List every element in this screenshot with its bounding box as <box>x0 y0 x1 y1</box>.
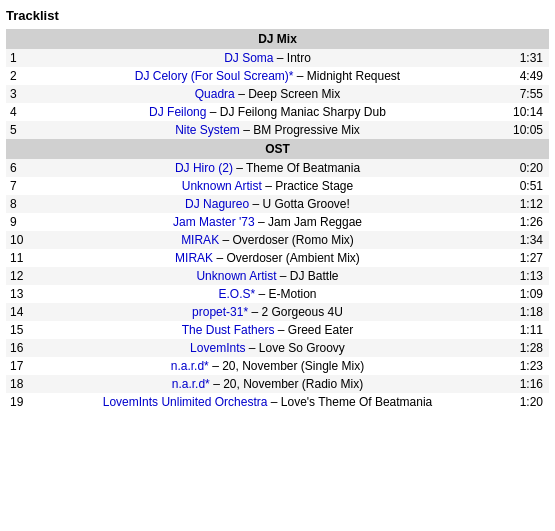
track-number: 11 <box>6 249 28 267</box>
track-title: BM Progressive Mix <box>253 123 360 137</box>
table-row: 3Quadra – Deep Screen Mix7:55 <box>6 85 549 103</box>
artist-link[interactable]: LovemInts Unlimited Orchestra <box>103 395 268 409</box>
track-separator: – <box>276 269 289 283</box>
track-number: 2 <box>6 67 28 85</box>
track-separator: – <box>219 233 232 247</box>
track-separator: – <box>213 251 226 265</box>
track-duration: 1:28 <box>507 339 549 357</box>
track-number: 14 <box>6 303 28 321</box>
track-title: 2 Gorgeous 4U <box>261 305 342 319</box>
track-info: Unknown Artist – Practice Stage <box>28 177 507 195</box>
artist-link[interactable]: Quadra <box>195 87 235 101</box>
track-duration: 1:26 <box>507 213 549 231</box>
artist-link[interactable]: LovemInts <box>190 341 245 355</box>
track-number: 16 <box>6 339 28 357</box>
track-duration: 1:13 <box>507 267 549 285</box>
track-separator: – <box>240 123 253 137</box>
track-duration: 0:20 <box>507 159 549 177</box>
track-separator: – <box>248 305 261 319</box>
track-info: Quadra – Deep Screen Mix <box>28 85 507 103</box>
track-separator: – <box>255 287 268 301</box>
artist-link[interactable]: DJ Nagureo <box>185 197 249 211</box>
track-duration: 1:23 <box>507 357 549 375</box>
track-duration: 7:55 <box>507 85 549 103</box>
table-row: 1DJ Soma – Intro1:31 <box>6 49 549 67</box>
artist-link[interactable]: MIRAK <box>175 251 213 265</box>
track-number: 8 <box>6 195 28 213</box>
artist-link[interactable]: E.O.S* <box>218 287 255 301</box>
table-row: 11MIRAK – Overdoser (Ambient Mix)1:27 <box>6 249 549 267</box>
table-row: 8DJ Nagureo – U Gotta Groove!1:12 <box>6 195 549 213</box>
track-duration: 1:11 <box>507 321 549 339</box>
artist-link[interactable]: Unknown Artist <box>196 269 276 283</box>
track-title: DJ Battle <box>290 269 339 283</box>
artist-link[interactable]: DJ Feilong <box>149 105 206 119</box>
track-title: Jam Jam Reggae <box>268 215 362 229</box>
track-separator: – <box>255 215 268 229</box>
artist-link[interactable]: MIRAK <box>181 233 219 247</box>
track-info: n.a.r.d* – 20, November (Single Mix) <box>28 357 507 375</box>
table-row: 10MIRAK – Overdoser (Romo Mix)1:34 <box>6 231 549 249</box>
track-title: Love So Groovy <box>259 341 345 355</box>
track-number: 13 <box>6 285 28 303</box>
track-number: 1 <box>6 49 28 67</box>
track-number: 19 <box>6 393 28 411</box>
artist-link[interactable]: n.a.r.d* <box>171 359 209 373</box>
table-row: 13E.O.S* – E-Motion1:09 <box>6 285 549 303</box>
track-duration: 10:05 <box>507 121 549 139</box>
section-header: DJ Mix <box>6 29 549 49</box>
track-duration: 1:18 <box>507 303 549 321</box>
track-number: 5 <box>6 121 28 139</box>
table-row: 4DJ Feilong – DJ Feilong Maniac Sharpy D… <box>6 103 549 121</box>
table-row: 16LovemInts – Love So Groovy1:28 <box>6 339 549 357</box>
track-info: Jam Master '73 – Jam Jam Reggae <box>28 213 507 231</box>
track-separator: – <box>267 395 280 409</box>
track-separator: – <box>274 323 287 337</box>
artist-link[interactable]: Nite System <box>175 123 240 137</box>
track-number: 6 <box>6 159 28 177</box>
track-separator: – <box>245 341 258 355</box>
track-number: 10 <box>6 231 28 249</box>
track-number: 9 <box>6 213 28 231</box>
tracklist-container: Tracklist DJ Mix1DJ Soma – Intro1:312DJ … <box>0 0 555 419</box>
track-number: 7 <box>6 177 28 195</box>
track-number: 3 <box>6 85 28 103</box>
track-title: DJ Feilong Maniac Sharpy Dub <box>220 105 386 119</box>
track-duration: 1:16 <box>507 375 549 393</box>
track-info: DJ Soma – Intro <box>28 49 507 67</box>
table-row: 12Unknown Artist – DJ Battle1:13 <box>6 267 549 285</box>
track-info: DJ Celory (For Soul Scream)* – Midnight … <box>28 67 507 85</box>
track-info: E.O.S* – E-Motion <box>28 285 507 303</box>
track-title: Deep Screen Mix <box>248 87 340 101</box>
artist-link[interactable]: DJ Hiro (2) <box>175 161 233 175</box>
artist-link[interactable]: Jam Master '73 <box>173 215 255 229</box>
table-row: 19LovemInts Unlimited Orchestra – Love's… <box>6 393 549 411</box>
table-row: 15The Dust Fathers – Greed Eater1:11 <box>6 321 549 339</box>
track-separator: – <box>233 161 246 175</box>
track-separator: – <box>209 359 222 373</box>
track-title: Overdoser (Ambient Mix) <box>226 251 359 265</box>
track-number: 4 <box>6 103 28 121</box>
track-number: 18 <box>6 375 28 393</box>
track-duration: 4:49 <box>507 67 549 85</box>
track-info: The Dust Fathers – Greed Eater <box>28 321 507 339</box>
track-title: E-Motion <box>268 287 316 301</box>
artist-link[interactable]: The Dust Fathers <box>182 323 275 337</box>
track-title: Overdoser (Romo Mix) <box>232 233 353 247</box>
table-row: 6DJ Hiro (2) – Theme Of Beatmania0:20 <box>6 159 549 177</box>
table-row: 7Unknown Artist – Practice Stage0:51 <box>6 177 549 195</box>
track-info: DJ Feilong – DJ Feilong Maniac Sharpy Du… <box>28 103 507 121</box>
track-separator: – <box>206 105 219 119</box>
artist-link[interactable]: Unknown Artist <box>182 179 262 193</box>
track-title: Theme Of Beatmania <box>246 161 360 175</box>
artist-link[interactable]: DJ Celory (For Soul Scream)* <box>135 69 294 83</box>
track-number: 17 <box>6 357 28 375</box>
track-info: propet-31* – 2 Gorgeous 4U <box>28 303 507 321</box>
section-header: OST <box>6 139 549 159</box>
track-number: 15 <box>6 321 28 339</box>
track-separator: – <box>293 69 306 83</box>
artist-link[interactable]: DJ Soma <box>224 51 273 65</box>
artist-link[interactable]: propet-31* <box>192 305 248 319</box>
artist-link[interactable]: n.a.r.d* <box>172 377 210 391</box>
track-title: Greed Eater <box>288 323 353 337</box>
